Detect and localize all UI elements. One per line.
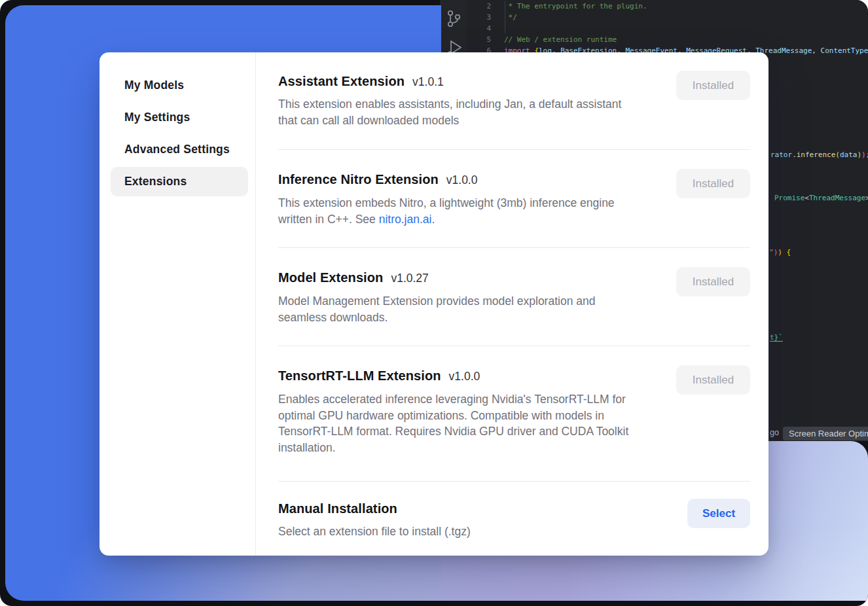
extension-version: v1.0.1 [412, 75, 444, 88]
code-token: ( [835, 151, 840, 159]
code-line: * The entrypoint for the plugin. [504, 1, 647, 12]
entry-divider [278, 247, 750, 248]
extension-name-text: TensortRT-LLM Extension [278, 368, 441, 383]
sidebar-item-my-models[interactable]: My Models [111, 71, 248, 100]
sidebar-item-my-settings[interactable]: My Settings [111, 103, 248, 132]
nitro-link[interactable]: nitro.jan.ai. [379, 213, 435, 226]
extension-description: This extension enables assistants, inclu… [278, 96, 684, 128]
extension-name-text: Manual Installation [278, 501, 397, 516]
code-token: Promise [774, 194, 805, 202]
code-token: rator [770, 151, 792, 159]
code-fragment: t}` [770, 333, 783, 342]
entry-divider [278, 149, 750, 150]
settings-sidebar: My ModelsMy SettingsAdvanced SettingsExt… [99, 71, 255, 199]
extension-name-text: Model Extension [278, 270, 383, 285]
extension-name-text: Inference Nitro Extension [278, 172, 439, 187]
extension-name: Model Extensionv1.0.27 [278, 270, 429, 285]
extensions-panel: Assistant Extensionv1.0.1This extension … [255, 52, 769, 556]
code-fragment: Promise<ThreadMessage> [774, 194, 868, 203]
line-number: 5 [440, 34, 491, 45]
sidebar-item-advanced-settings[interactable]: Advanced Settings [111, 135, 248, 164]
installed-button[interactable]: Installed [676, 267, 750, 296]
extension-description: Select an extension file to install (.tg… [278, 524, 684, 540]
sidebar-item-label: My Models [124, 79, 184, 92]
code-token: < [805, 194, 809, 202]
code-token: ThreadMessage [809, 194, 865, 202]
code-token: ) [778, 248, 782, 257]
entry-divider [278, 481, 750, 482]
code-line: */ [504, 12, 517, 23]
extension-name: Assistant Extensionv1.0.1 [278, 74, 444, 89]
code-token: data [840, 151, 858, 159]
sidebar-item-extensions[interactable]: Extensions [111, 167, 248, 196]
extension-description: Enables accelerated inference leveraging… [278, 391, 684, 455]
extension-version: v1.0.0 [446, 173, 478, 187]
line-number: 3 [440, 12, 491, 23]
extension-name-text: Assistant Extension [278, 74, 405, 88]
select-button[interactable]: Select [687, 499, 750, 528]
code-token: */ [504, 13, 517, 22]
code-token: ) [861, 151, 866, 159]
code-fragment: ")) { [769, 248, 791, 257]
sidebar-item-label: My Settings [124, 111, 190, 124]
code-token: * The entrypoint for the plugin. [504, 2, 647, 10]
settings-modal: My ModelsMy SettingsAdvanced SettingsExt… [99, 52, 769, 556]
code-fragment: rator.inference(data)); [770, 151, 868, 160]
line-number: 4 [440, 23, 491, 34]
code-token: " [769, 248, 774, 257]
code-token: . [792, 151, 797, 159]
extension-version: v1.0.0 [449, 370, 480, 383]
extension-name: Manual Installation [278, 501, 397, 516]
installed-button[interactable]: Installed [676, 169, 750, 198]
screen-reader-chip[interactable]: Screen Reader Optimize [783, 427, 868, 440]
code-token: { [782, 248, 791, 257]
extension-name: Inference Nitro Extensionv1.0.0 [278, 172, 477, 187]
code-token: > [865, 194, 868, 202]
status-text: go [770, 428, 779, 437]
code-token: // Web / extension runtime [504, 35, 617, 44]
code-token: , [812, 46, 820, 55]
entry-divider [278, 346, 750, 346]
extension-description: Model Management Extension provides mode… [278, 293, 684, 325]
installed-button[interactable]: Installed [676, 365, 750, 395]
sidebar-item-label: Extensions [124, 175, 187, 188]
extension-version: v1.0.27 [391, 272, 428, 285]
code-token: ContentType [821, 46, 868, 55]
desktop-frame: 2 * The entrypoint for the plugin.3 */45… [0, 0, 868, 606]
extension-name: TensortRT-LLM Extensionv1.0.0 [278, 368, 480, 383]
sidebar-item-label: Advanced Settings [124, 143, 230, 156]
code-token: inference [797, 151, 836, 159]
line-number: 2 [440, 1, 491, 12]
installed-button[interactable]: Installed [676, 71, 750, 100]
code-line: // Web / extension runtime [504, 34, 617, 45]
extension-description: This extension embeds Nitro, a lightweig… [278, 195, 684, 227]
code-token: t}` [770, 333, 783, 342]
